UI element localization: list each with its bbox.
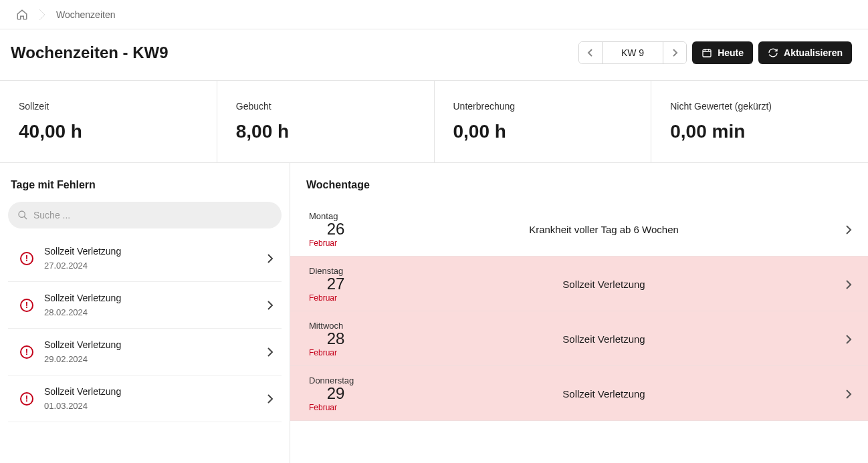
chevron-right-icon	[39, 9, 45, 21]
header-actions: KW 9 Heute Aktualisieren	[578, 41, 852, 64]
next-week-button[interactable]	[663, 42, 686, 63]
error-date: 01.03.2024	[44, 401, 256, 411]
stat-value: 0,00 h	[453, 121, 633, 142]
page-title: Wochenzeiten - KW9	[11, 43, 169, 62]
errors-panel: Tage mit Fehlern ! Sollzeit Verletzung 2…	[0, 163, 290, 463]
day-month: Februar	[309, 239, 362, 248]
day-number: 27	[309, 275, 362, 293]
error-title: Sollzeit Verletzung	[44, 246, 256, 257]
stat-unterbrechung: Unterbrechung 0,00 h	[435, 81, 652, 162]
breadcrumb-current: Wochenzeiten	[56, 9, 115, 20]
error-title: Sollzeit Verletzung	[44, 293, 256, 303]
chevron-right-icon	[845, 279, 852, 290]
day-date-block: Mittwoch 28 Februar	[309, 321, 362, 357]
stat-label: Unterbrechung	[453, 101, 633, 112]
errors-title: Tage mit Fehlern	[0, 163, 290, 202]
day-message: Krankheit voller Tag ab 6 Wochen	[376, 224, 832, 235]
error-item[interactable]: ! Sollzeit Verletzung 29.02.2024	[8, 329, 282, 375]
main-content: Tage mit Fehlern ! Sollzeit Verletzung 2…	[0, 163, 868, 463]
day-date-block: Montag 26 Februar	[309, 211, 362, 248]
svg-rect-0	[703, 49, 711, 57]
alert-icon: !	[20, 345, 33, 359]
chevron-right-icon	[267, 347, 274, 357]
stat-value: 8,00 h	[236, 121, 415, 142]
stat-sollzeit: Sollzeit 40,00 h	[0, 81, 217, 162]
week-navigator: KW 9	[578, 41, 687, 64]
day-month: Februar	[309, 348, 362, 357]
error-item[interactable]: ! Sollzeit Verletzung 01.03.2024	[8, 375, 282, 422]
calendar-icon	[701, 47, 712, 58]
search-input[interactable]	[33, 210, 272, 220]
errors-list: ! Sollzeit Verletzung 27.02.2024 ! Sollz…	[0, 235, 290, 422]
home-icon[interactable]	[16, 9, 28, 21]
day-row[interactable]: Dienstag 27 Februar Sollzeit Verletzung	[290, 257, 868, 311]
stat-gebucht: Gebucht 8,00 h	[217, 81, 435, 162]
day-row[interactable]: Montag 26 Februar Krankheit voller Tag a…	[290, 202, 868, 257]
refresh-icon	[768, 47, 778, 58]
stat-value: 40,00 h	[19, 121, 198, 142]
error-info: Sollzeit Verletzung 01.03.2024	[44, 386, 256, 411]
breadcrumb: Wochenzeiten	[0, 0, 868, 29]
day-number: 28	[309, 329, 362, 348]
error-item[interactable]: ! Sollzeit Verletzung 28.02.2024	[8, 282, 282, 329]
day-row[interactable]: Donnerstag 29 Februar Sollzeit Verletzun…	[290, 366, 868, 421]
day-month: Februar	[309, 403, 362, 412]
error-date: 28.02.2024	[44, 307, 256, 317]
chevron-right-icon	[267, 253, 274, 264]
day-month: Februar	[309, 293, 362, 303]
stats-row: Sollzeit 40,00 h Gebucht 8,00 h Unterbre…	[0, 81, 868, 163]
day-date-block: Dienstag 27 Februar	[309, 266, 362, 303]
days-list: Montag 26 Februar Krankheit voller Tag a…	[290, 202, 868, 421]
prev-week-button[interactable]	[579, 42, 602, 63]
day-message: Sollzeit Verletzung	[376, 279, 832, 290]
svg-point-1	[19, 211, 25, 217]
stat-value: 0,00 min	[670, 121, 849, 142]
error-info: Sollzeit Verletzung 28.02.2024	[44, 293, 256, 317]
alert-icon: !	[20, 252, 33, 265]
chevron-right-icon	[845, 389, 852, 400]
error-title: Sollzeit Verletzung	[44, 386, 256, 397]
alert-icon: !	[20, 299, 33, 312]
day-number: 29	[309, 384, 362, 403]
stat-nicht-gewertet: Nicht Gewertet (gekürzt) 0,00 min	[651, 81, 868, 162]
page-header: Wochenzeiten - KW9 KW 9 Heute Aktualisie…	[0, 29, 868, 81]
stat-label: Nicht Gewertet (gekürzt)	[670, 101, 849, 112]
day-row[interactable]: Mittwoch 28 Februar Sollzeit Verletzung	[290, 311, 868, 366]
today-button-label: Heute	[718, 47, 744, 58]
chevron-right-icon	[267, 300, 274, 311]
day-number: 26	[309, 220, 362, 239]
search-field[interactable]	[8, 202, 282, 228]
error-title: Sollzeit Verletzung	[44, 339, 256, 350]
error-info: Sollzeit Verletzung 27.02.2024	[44, 246, 256, 271]
refresh-button[interactable]: Aktualisieren	[758, 41, 852, 64]
days-title: Wochentage	[290, 163, 868, 202]
days-panel: Wochentage Montag 26 Februar Krankheit v…	[290, 163, 868, 463]
chevron-right-icon	[845, 334, 852, 345]
search-icon	[17, 210, 28, 220]
day-message: Sollzeit Verletzung	[376, 388, 832, 400]
day-date-block: Donnerstag 29 Februar	[309, 375, 362, 412]
refresh-button-label: Aktualisieren	[784, 47, 843, 58]
error-date: 29.02.2024	[44, 354, 256, 364]
chevron-right-icon	[845, 224, 852, 235]
error-info: Sollzeit Verletzung 29.02.2024	[44, 339, 256, 364]
chevron-right-icon	[267, 394, 274, 404]
error-item[interactable]: ! Sollzeit Verletzung 27.02.2024	[8, 235, 282, 282]
week-label[interactable]: KW 9	[602, 42, 663, 63]
today-button[interactable]: Heute	[692, 41, 753, 64]
stat-label: Sollzeit	[19, 101, 198, 112]
error-date: 27.02.2024	[44, 261, 256, 271]
alert-icon: !	[20, 392, 33, 406]
stat-label: Gebucht	[236, 101, 415, 112]
day-message: Sollzeit Verletzung	[376, 333, 832, 345]
